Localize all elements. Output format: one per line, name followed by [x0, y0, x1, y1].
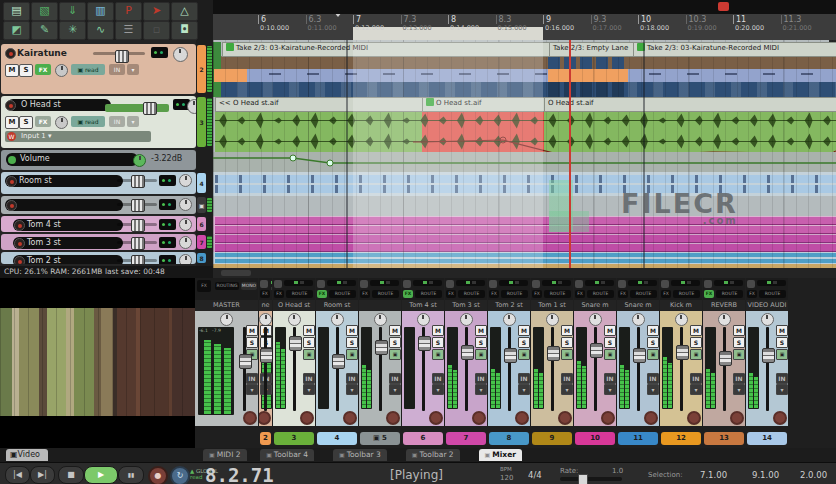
volume-fader[interactable] — [723, 327, 726, 411]
track-tab-4[interactable]: 4 — [197, 173, 206, 193]
strip-fx-button[interactable]: FX — [618, 290, 628, 298]
strip-fx-button[interactable]: FX — [317, 290, 327, 298]
pan-knob[interactable] — [173, 47, 188, 62]
solo-button[interactable]: S — [776, 337, 788, 348]
track-tab-7[interactable]: 7 — [197, 235, 206, 249]
pan-knob[interactable] — [179, 174, 192, 187]
mixer-strip-Kick m[interactable]: FXROUTEKick mMS▣IN▾12 — [660, 278, 702, 448]
mute-button[interactable]: M — [733, 325, 745, 336]
record-arm-knob[interactable] — [259, 411, 271, 425]
pan-knob[interactable] — [718, 313, 731, 326]
tcp-track-Volume[interactable]: Volume-3.22dB — [1, 150, 196, 170]
arrange-hscroll[interactable] — [213, 268, 836, 278]
volume-fader[interactable] — [508, 327, 511, 411]
docker-tab-toolbar-2[interactable]: ▣Toolbar 2 — [406, 449, 460, 461]
record-arm-knob[interactable] — [429, 411, 443, 425]
strip-fx-button[interactable]: FX — [260, 290, 270, 298]
pan-knob[interactable] — [179, 254, 192, 264]
track-name-box[interactable]: Tom 3 st — [13, 237, 123, 249]
mute-button[interactable]: M — [5, 116, 19, 129]
record-arm-knob[interactable] — [601, 411, 615, 425]
mute-button[interactable]: M — [303, 325, 315, 336]
input-arrow[interactable]: ▾ — [475, 384, 487, 395]
go-end-button[interactable]: ▶| — [30, 466, 55, 484]
input-arrow[interactable]: ▾ — [647, 384, 659, 395]
strip-icon-button[interactable] — [317, 280, 325, 288]
strip-icon-button[interactable] — [618, 280, 626, 288]
pan-knob[interactable] — [179, 218, 192, 231]
mixer-strip-Tom 3 st[interactable]: FXROUTETom 3 stMS▣IN▾7 — [445, 278, 487, 448]
input-button[interactable]: IN — [518, 373, 530, 384]
pan-knob[interactable] — [460, 313, 473, 326]
mixer-strip-Tom 4 st[interactable]: FXROUTETom 4 stMS▣IN▾6 — [402, 278, 444, 448]
play-button[interactable]: ▶ — [84, 466, 118, 484]
mute-button[interactable]: M — [475, 325, 487, 336]
strip-number-tab[interactable]: 7 — [446, 432, 486, 445]
input-button[interactable]: IN — [246, 373, 258, 384]
bpm-value[interactable]: 120 — [500, 474, 513, 482]
volume-fader[interactable] — [465, 327, 468, 411]
strip-icon-button[interactable] — [575, 280, 583, 288]
envelope-tool-icon[interactable]: ◩ — [3, 21, 30, 40]
strip-fx-button[interactable]: FX — [532, 290, 542, 298]
record-arm[interactable] — [14, 256, 25, 264]
input-button[interactable]: IN — [475, 373, 487, 384]
record-arm-knob[interactable] — [472, 411, 486, 425]
strip-icon-button[interactable] — [446, 280, 454, 288]
automation-mode-button[interactable]: ▣ read — [71, 64, 105, 75]
open-project-icon[interactable]: ▧ — [31, 2, 58, 21]
track-tab-folder[interactable]: ▣ — [197, 197, 206, 213]
envelope-knob[interactable] — [133, 154, 146, 167]
strip-number-tab[interactable]: 10 — [575, 432, 615, 445]
pan-knob[interactable] — [675, 313, 688, 326]
strip-number-tab[interactable]: 11 — [618, 432, 658, 445]
routing-button[interactable] — [159, 219, 176, 230]
tab-video[interactable]: ▣Video — [6, 449, 48, 461]
envelope-name-box[interactable]: Volume — [6, 153, 138, 166]
pan-knob[interactable] — [374, 313, 387, 326]
track-name-box[interactable]: Room st — [5, 175, 123, 187]
tcp-track-Tom 2 st[interactable]: Tom 2 st — [1, 252, 196, 264]
strip-number-tab[interactable]: 3 — [274, 432, 314, 445]
strip-route-button[interactable]: ROUTE — [286, 290, 313, 298]
mute-button[interactable]: M — [389, 325, 401, 336]
strip-fx-button[interactable]: FX — [274, 290, 284, 298]
record-arm-knob[interactable] — [386, 411, 400, 425]
strip-route-button[interactable]: ROUTE — [329, 290, 356, 298]
track-tab-8[interactable]: 8 — [197, 253, 206, 263]
pan-knob[interactable] — [589, 313, 602, 326]
tcp-track-Tom 4 st[interactable]: Tom 4 st — [1, 216, 196, 232]
solo-button[interactable]: S — [432, 337, 444, 348]
routing-button[interactable] — [159, 175, 176, 186]
strip-number-tab[interactable]: ▣ 5 — [360, 432, 400, 445]
mixer-strip-O Head st[interactable]: FXROUTEO Head stMS▣IN▾3 — [273, 278, 315, 448]
pause-button[interactable]: ▮▮ — [118, 466, 144, 484]
volume-fader[interactable] — [594, 327, 597, 411]
strip-fx-button[interactable]: FX — [446, 290, 456, 298]
volume-slider[interactable] — [117, 203, 157, 206]
docker-tab-midi-2[interactable]: ▣MIDI 2 — [203, 449, 247, 461]
record-arm-knob[interactable] — [730, 411, 744, 425]
record-arm-knob[interactable] — [343, 411, 357, 425]
pan-knob[interactable] — [179, 198, 192, 211]
input-arrow[interactable]: ▾ — [389, 384, 401, 395]
env-button[interactable]: ▣ — [561, 349, 573, 360]
input-arrow[interactable]: ▾ — [518, 384, 530, 395]
record-arm-knob[interactable] — [243, 411, 257, 425]
pan-knob[interactable] — [761, 313, 774, 326]
volume-slider[interactable] — [93, 52, 145, 55]
track-name[interactable]: O Head st — [7, 99, 111, 111]
record-arm-knob[interactable] — [300, 411, 314, 425]
strip-route-button[interactable]: ROUTE — [458, 290, 485, 298]
timeline-ruler[interactable]: 60:10.0006.30:11.00070:12.0007.30:13.000… — [213, 14, 836, 41]
volume-fader[interactable] — [243, 327, 246, 411]
record-arm[interactable] — [14, 238, 25, 249]
strip-number-tab[interactable]: 13 — [704, 432, 744, 445]
docker-tab-toolbar-4[interactable]: ▣Toolbar 4 — [260, 449, 314, 461]
input-arrow[interactable]: ▾ — [690, 384, 702, 395]
mixer-strip-Room st[interactable]: FXROUTERoom stMS▣IN▾4 — [316, 278, 358, 448]
env-button[interactable]: ▣ — [475, 349, 487, 360]
mixer-strip-Snare m[interactable]: FXROUTESnare mMS▣IN▾11 — [617, 278, 659, 448]
strip-number-tab[interactable]: 12 — [661, 432, 701, 445]
env-button[interactable]: ▣ — [690, 349, 702, 360]
